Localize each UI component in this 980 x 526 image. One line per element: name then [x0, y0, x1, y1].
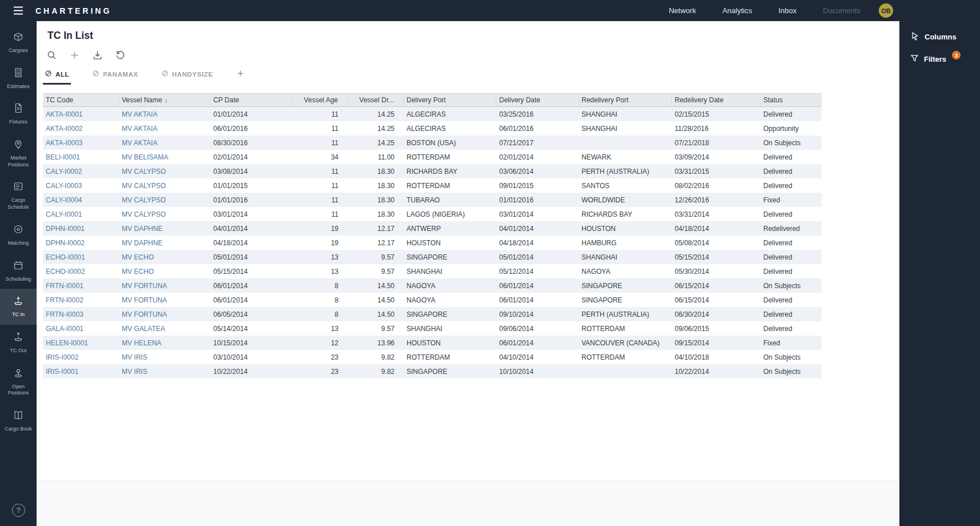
columns-button[interactable]: Columns	[899, 26, 980, 48]
table-row[interactable]: FRTN-I0001MV FORTUNA06/01/2014814.50NAGO…	[43, 278, 822, 293]
sidebar-item-cargoes[interactable]: Cargoes	[0, 25, 37, 61]
table-row[interactable]: CALY-I0001MV CALYPSO03/01/20141118.30LAG…	[43, 207, 822, 221]
filters-button[interactable]: Filters 3	[899, 48, 980, 70]
cell-vessel_name[interactable]: MV IRIS	[119, 350, 210, 364]
sidebar-item-estimates[interactable]: Estimates	[0, 61, 37, 97]
cell-vessel_name[interactable]: MV GALATEA	[119, 321, 210, 336]
cell-vessel_name[interactable]: MV AKTAIA	[119, 107, 210, 121]
table-row[interactable]: IRIS-I0001MV IRIS10/22/2014239.82SINGAPO…	[43, 364, 822, 378]
table-row[interactable]: FRTN-I0003MV FORTUNA06/05/2014814.50SING…	[43, 307, 822, 321]
sidebar-item-cargo-schedule[interactable]: Cargo Schedule	[0, 174, 37, 217]
cell-vessel_name[interactable]: MV IRIS	[119, 364, 210, 378]
cell-tc_code[interactable]: FRTN-I0001	[43, 278, 119, 293]
cell-tc_code[interactable]: CALY-I0004	[43, 193, 119, 207]
search-button[interactable]	[45, 48, 58, 62]
table-row[interactable]: HELEN-I0001MV HELENA10/15/20141213.96HOU…	[43, 336, 822, 350]
cell-vessel_name[interactable]: MV CALYPSO	[119, 164, 210, 178]
cell-tc_code[interactable]: IRIS-I0001	[43, 364, 119, 378]
cell-vessel_name[interactable]: MV ECHO	[119, 264, 210, 278]
view-icon	[92, 70, 99, 78]
cell-tc_code[interactable]: DPHN-I0001	[43, 221, 119, 236]
table-row[interactable]: DPHN-I0002MV DAPHNE04/18/20141912.17HOUS…	[43, 236, 822, 250]
cell-vessel_age: 8	[293, 278, 348, 293]
cell-vessel_name[interactable]: MV DAPHNE	[119, 221, 210, 236]
table-row[interactable]: BELI-I0001MV BELISAMA02/01/20143411.00RO…	[43, 150, 822, 164]
cell-tc_code[interactable]: AKTA-I0003	[43, 136, 119, 150]
sidebar-item-tc-in[interactable]: TC In	[0, 289, 37, 325]
table-row[interactable]: GALA-I0001MV GALATEA05/14/2014139.57SHAN…	[43, 321, 822, 336]
cell-vessel_name[interactable]: MV BELISAMA	[119, 150, 210, 164]
column-header-delivery_port[interactable]: Delivery Port	[404, 94, 496, 106]
sidebar-item-market-positions[interactable]: Market Positions	[0, 132, 37, 174]
sidebar-item-cargo-book[interactable]: Cargo Book	[0, 403, 37, 439]
cell-vessel_name[interactable]: MV AKTAIA	[119, 136, 210, 150]
cell-vessel_name[interactable]: MV DAPHNE	[119, 236, 210, 250]
table-row[interactable]: ECHO-I0001MV ECHO05/01/2014139.57SINGAPO…	[43, 250, 822, 264]
cell-vessel_name[interactable]: MV FORTUNA	[119, 293, 210, 307]
add-button[interactable]	[67, 48, 81, 62]
cell-tc_code[interactable]: IRIS-I0002	[43, 350, 119, 364]
cell-tc_code[interactable]: AKTA-I0001	[43, 107, 119, 121]
cell-vessel_name[interactable]: MV ECHO	[119, 250, 210, 264]
cell-tc_code[interactable]: CALY-I0003	[43, 178, 119, 193]
cell-tc_code[interactable]: ECHO-I0001	[43, 250, 119, 264]
menu-icon[interactable]	[0, 6, 37, 15]
cell-vessel_name[interactable]: MV AKTAIA	[119, 121, 210, 136]
column-header-cp_date[interactable]: CP Date	[210, 94, 293, 106]
help-button[interactable]: ?	[0, 504, 37, 517]
table-row[interactable]: DPHN-I0001MV DAPHNE04/01/20141912.17ANTW…	[43, 221, 822, 236]
cell-tc_code[interactable]: DPHN-I0002	[43, 236, 119, 250]
reset-button[interactable]	[113, 48, 127, 62]
sidebar-item-scheduling[interactable]: Scheduling	[0, 253, 37, 289]
table-row[interactable]: IRIS-I0002MV IRIS03/10/2014239.82ROTTERD…	[43, 350, 822, 364]
tab-panamax[interactable]: PANAMAX	[90, 70, 140, 85]
column-header-vessel_draft[interactable]: Vessel Dr...	[348, 94, 404, 106]
cell-vessel_name[interactable]: MV FORTUNA	[119, 307, 210, 321]
table-row[interactable]: ECHO-I0002MV ECHO05/15/2014139.57SHANGHA…	[43, 264, 822, 278]
cell-vessel_name[interactable]: MV CALYPSO	[119, 207, 210, 221]
cell-tc_code[interactable]: HELEN-I0001	[43, 336, 119, 350]
export-button[interactable]	[90, 48, 104, 62]
nav-network[interactable]: Network	[669, 6, 696, 15]
column-header-delivery_date[interactable]: Delivery Date	[496, 94, 579, 106]
nav-documents[interactable]: Documents	[823, 6, 861, 15]
add-view-tab-button[interactable]	[234, 69, 246, 85]
table-row[interactable]: CALY-I0003MV CALYPSO01/01/20151118.30ROT…	[43, 178, 822, 193]
cell-tc_code[interactable]: AKTA-I0002	[43, 121, 119, 136]
column-header-redelivery_port[interactable]: Redelivery Port	[579, 94, 672, 106]
column-header-tc_code[interactable]: TC Code	[43, 94, 119, 106]
cell-vessel_name[interactable]: MV FORTUNA	[119, 278, 210, 293]
cell-status: Delivered	[760, 307, 822, 321]
cell-vessel_name[interactable]: MV CALYPSO	[119, 178, 210, 193]
cell-vessel_name[interactable]: MV CALYPSO	[119, 193, 210, 207]
tab-all[interactable]: ALL	[43, 70, 71, 85]
table-row[interactable]: AKTA-I0001MV AKTAIA01/01/20141114.25ALGE…	[43, 107, 822, 121]
cell-vessel_name[interactable]: MV HELENA	[119, 336, 210, 350]
table-row[interactable]: AKTA-I0002MV AKTAIA06/01/20161114.25ALGE…	[43, 121, 822, 136]
tab-handysize[interactable]: HANDYSIZE	[160, 70, 215, 85]
cell-tc_code[interactable]: BELI-I0001	[43, 150, 119, 164]
column-header-vessel_name[interactable]: Vessel Name↓	[119, 94, 210, 106]
cell-tc_code[interactable]: FRTN-I0002	[43, 293, 119, 307]
cell-tc_code[interactable]: CALY-I0002	[43, 164, 119, 178]
cell-tc_code[interactable]: FRTN-I0003	[43, 307, 119, 321]
column-header-status[interactable]: Status	[760, 94, 822, 106]
table-row[interactable]: CALY-I0004MV CALYPSO01/01/20161118.30TUB…	[43, 193, 822, 207]
sidebar-item-tc-out[interactable]: TC Out	[0, 325, 37, 361]
cell-tc_code[interactable]: CALY-I0001	[43, 207, 119, 221]
cell-redelivery_port: RICHARDS BAY	[579, 207, 672, 221]
cell-tc_code[interactable]: ECHO-I0002	[43, 264, 119, 278]
sidebar-item-fixtures[interactable]: Fixtures	[0, 96, 37, 132]
sidebar-item-matching[interactable]: Matching	[0, 217, 37, 253]
column-header-redelivery_date[interactable]: Redelivery Date	[672, 94, 760, 106]
sidebar-item-label: Matching	[8, 240, 29, 247]
nav-inbox[interactable]: Inbox	[778, 6, 796, 15]
sidebar-item-open-positions[interactable]: Open Positions	[0, 361, 37, 403]
user-avatar[interactable]: OB	[879, 3, 893, 18]
column-header-vessel_age[interactable]: Vessel Age	[293, 94, 348, 106]
table-row[interactable]: CALY-I0002MV CALYPSO03/08/20141118.30RIC…	[43, 164, 822, 178]
nav-analytics[interactable]: Analytics	[722, 6, 752, 15]
table-row[interactable]: FRTN-I0002MV FORTUNA06/01/2014814.50NAGO…	[43, 293, 822, 307]
table-row[interactable]: AKTA-I0003MV AKTAIA08/30/20161114.25BOST…	[43, 136, 822, 150]
cell-tc_code[interactable]: GALA-I0001	[43, 321, 119, 336]
